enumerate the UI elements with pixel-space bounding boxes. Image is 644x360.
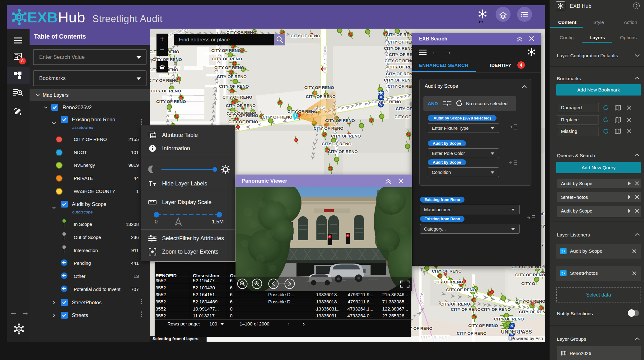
svg-text:CITY OF RENO: CITY OF RENO [515, 273, 545, 277]
svg-text:CITY OF RENO: CITY OF RENO [151, 89, 181, 93]
svg-text:CITY OF RENO: CITY OF RENO [481, 307, 511, 312]
svg-text:CITY OF RENO: CITY OF RENO [211, 48, 241, 53]
svg-text:CITY OF RENO: CITY OF RENO [451, 307, 481, 312]
svg-text:CITY OF RENO: CITY OF RENO [212, 57, 242, 61]
svg-text:UNDERPASS: UNDERPASS [501, 329, 532, 334]
svg-text:CITY OF RENO: CITY OF RENO [494, 317, 524, 321]
svg-text:CITY OF RENO: CITY OF RENO [457, 331, 487, 336]
svg-text:CITY OF RENO: CITY OF RENO [287, 109, 317, 114]
svg-text:CITY OF RENO: CITY OF RENO [519, 310, 545, 314]
svg-text:CITY OF RENO: CITY OF RENO [228, 119, 258, 124]
svg-text:Y OF RENO: Y OF RENO [409, 326, 432, 331]
svg-text:CITY OF RENO: CITY OF RENO [322, 142, 352, 146]
svg-text:CITY OF RENO: CITY OF RENO [384, 78, 414, 82]
svg-text:CITY OF RENO: CITY OF RENO [150, 78, 178, 83]
svg-text:CITY OF RENO: CITY OF RENO [440, 302, 470, 306]
svg-text:CITY OF RENO: CITY OF RENO [384, 46, 414, 51]
svg-text:CITY OF RENO: CITY OF RENO [222, 95, 252, 100]
svg-text:CITY OF RENO: CITY OF RENO [226, 103, 256, 108]
svg-text:CITY OF RENO: CITY OF RENO [217, 74, 247, 79]
svg-text:MAJOR ROAD: MAJOR ROAD [323, 46, 327, 73]
svg-text:CITY OF RENO: CITY OF RENO [314, 126, 343, 131]
svg-text:CITY O: CITY O [521, 281, 535, 286]
svg-text:ALLEY: ALLEY [419, 293, 424, 304]
svg-text:CITY OF RENO: CITY OF RENO [432, 269, 462, 274]
svg-text:CITY OF RENO: CITY OF RENO [325, 118, 355, 123]
svg-text:CITY OF RENO: CITY OF RENO [386, 32, 416, 37]
svg-text:CITY OF RENO: CITY OF RENO [219, 84, 249, 89]
svg-text:CITY OF RENO: CITY OF RENO [328, 149, 358, 154]
svg-text:Powered by Esri: Powered by Esri [511, 336, 543, 341]
svg-text:CITY OF RENO: CITY OF RENO [516, 299, 545, 304]
svg-text:CITY OF RENO: CITY OF RENO [304, 85, 334, 90]
svg-text:CITY OF RENO: CITY OF RENO [446, 288, 476, 292]
svg-text:15 ft: 15 ft [228, 29, 235, 31]
svg-text:CITY OF RENO: CITY OF RENO [385, 58, 414, 63]
svg-text:CITY OF RENO: CITY OF RENO [468, 323, 498, 328]
svg-text:CITY OF RENO: CITY OF RENO [386, 72, 416, 76]
svg-text:CITY OF RENO: CITY OF RENO [306, 94, 336, 99]
svg-text:CITY OF RENO: CITY OF RENO [331, 134, 361, 138]
svg-text:CITY OF RENO: CITY OF RENO [263, 115, 292, 119]
svg-text:CITY OF RENO: CITY OF RENO [156, 99, 186, 104]
svg-text:CITY OF RENO: CITY OF RENO [214, 65, 244, 70]
svg-text:CITY OF RENO: CITY OF RENO [291, 34, 320, 38]
svg-text:CITY OF RENO: CITY OF RENO [433, 280, 463, 284]
svg-text:CITY OF RENO: CITY OF RENO [371, 100, 401, 104]
svg-text:CITY OF RENO: CITY OF RENO [228, 113, 258, 118]
